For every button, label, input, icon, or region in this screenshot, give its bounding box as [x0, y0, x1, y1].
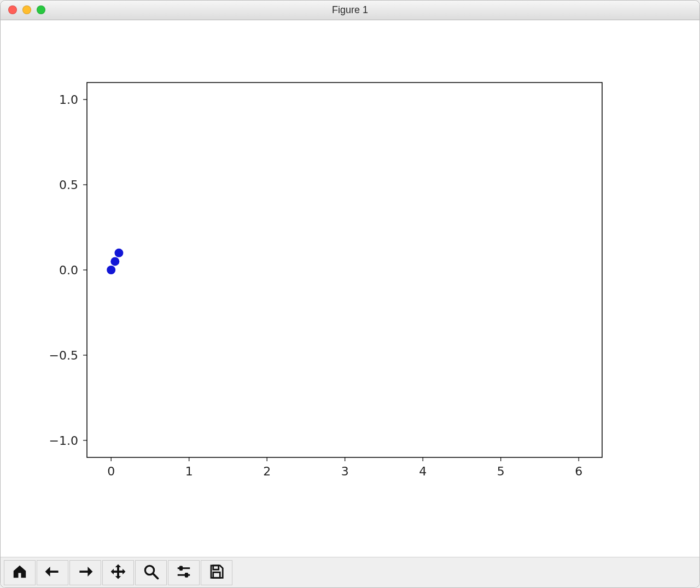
data-point [114, 249, 123, 257]
arrow-right-icon [77, 563, 94, 581]
configure-button[interactable] [168, 560, 200, 585]
titlebar: Figure 1 [1, 1, 699, 20]
y-tick-label: 0.0 [59, 263, 78, 277]
minimize-window-button[interactable] [22, 5, 31, 14]
y-tick-label: 1.0 [59, 93, 78, 107]
y-tick-label: 0.5 [59, 178, 78, 192]
x-tick-label: 1 [185, 464, 193, 478]
window-title: Figure 1 [1, 4, 699, 16]
forward-button[interactable] [69, 560, 101, 585]
figure-window: Figure 1 0123456−1.0−0.50.00.51.0 [0, 0, 700, 588]
data-point [107, 266, 115, 274]
x-tick-label: 0 [107, 464, 115, 478]
svg-line-1 [153, 574, 158, 579]
svg-rect-6 [213, 566, 219, 570]
zoom-window-button[interactable] [37, 5, 45, 14]
back-button[interactable] [37, 560, 68, 585]
x-tick-label: 5 [497, 464, 505, 478]
plot-canvas[interactable]: 0123456−1.0−0.50.00.51.0 [1, 20, 699, 557]
svg-rect-5 [185, 573, 188, 578]
home-button[interactable] [4, 560, 36, 585]
svg-rect-7 [213, 572, 220, 578]
search-icon [143, 563, 159, 581]
home-icon [11, 563, 28, 581]
svg-rect-3 [180, 566, 183, 571]
pan-button[interactable] [102, 560, 134, 585]
data-point [110, 257, 119, 266]
move-icon [110, 563, 126, 581]
sliders-icon [176, 563, 192, 581]
close-window-button[interactable] [8, 5, 17, 14]
arrow-left-icon [44, 563, 61, 581]
y-tick-label: −0.5 [49, 349, 78, 362]
x-tick-label: 4 [419, 464, 427, 478]
navigation-toolbar [1, 557, 699, 587]
zoom-button[interactable] [135, 560, 167, 585]
x-tick-label: 2 [263, 464, 271, 478]
axes-frame [87, 83, 602, 457]
save-button[interactable] [201, 560, 232, 585]
save-icon [208, 563, 225, 581]
x-tick-label: 3 [341, 464, 349, 478]
y-tick-label: −1.0 [49, 434, 78, 448]
x-tick-label: 6 [575, 464, 582, 478]
window-traffic-lights [8, 5, 45, 14]
